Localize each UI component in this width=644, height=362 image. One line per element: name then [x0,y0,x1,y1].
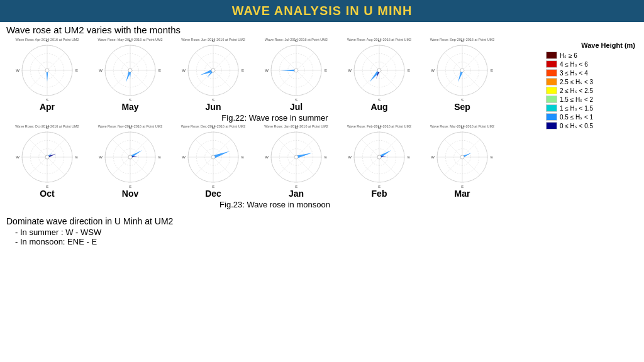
legend-item: 4 ≤ Hₛ < 6 [546,60,593,68]
fig-monsoon-caption: Fig.23: Wave rose in monsoon [6,200,543,209]
month-label-mar: Mar [455,189,470,199]
svg-text:W: W [348,155,352,159]
legend-color-swatch [546,52,557,59]
svg-text:S: S [461,185,464,189]
legend-color-swatch [546,96,557,103]
legend-item: 2 ≤ Hₛ < 2.5 [546,87,593,94]
svg-text:E: E [491,155,493,159]
month-label-oct: Oct [40,189,54,199]
bottom-line1: - In summer : W - WSW [15,228,638,237]
month-label-jun: Jun [206,102,221,112]
svg-point-121 [128,155,132,159]
svg-point-135 [211,155,215,159]
svg-text:N: N [46,126,48,129]
month-label-jul: Jul [290,102,303,112]
chart-feb: Wave Rose: Feb-2014-2016 at Point UM2NSE… [338,124,420,199]
header: WAVE ANALYSIS IN U MINH [0,0,644,22]
month-label-nov: Nov [122,189,138,199]
svg-text:E: E [242,155,244,159]
legend-item: 3 ≤ Hₛ < 4 [546,69,593,77]
legend-color-swatch [546,78,557,85]
legend-color-swatch [546,113,557,121]
bottom-text: Dominate wave direction in U Minh at UM2… [0,214,644,249]
svg-point-105 [45,155,49,159]
chart-oct: Wave Rose: Oct-2014-2016 at Point UM2NSE… [6,124,88,199]
svg-text:W: W [265,69,269,72]
month-label-dec: Dec [205,189,221,199]
svg-text:W: W [16,69,19,72]
month-label-aug: Aug [370,102,387,112]
svg-text:S: S [46,185,48,189]
svg-text:W: W [265,155,269,159]
month-label-feb: Feb [372,189,387,199]
chart-jul: Wave Rose: Jul-2014-2016 at Point UM2NSE… [255,38,337,112]
svg-point-149 [294,155,298,159]
svg-point-59 [294,69,298,72]
svg-text:E: E [408,69,410,72]
month-label-apr: Apr [40,102,55,112]
svg-text:S: S [295,98,297,102]
bottom-line2: - In monsoon: ENE - E [15,237,638,246]
svg-text:W: W [431,69,435,72]
month-label-may: May [121,102,138,112]
svg-text:N: N [461,126,464,129]
chart-may: Wave Rose: May-2014-2016 at Point UM2NSE… [89,38,171,112]
svg-text:N: N [378,39,380,43]
svg-text:S: S [212,98,214,102]
legend-item: 1 ≤ Hₛ < 1.5 [546,104,593,112]
svg-text:N: N [461,39,464,43]
svg-text:N: N [129,39,131,43]
svg-text:N: N [46,39,48,43]
svg-point-45 [211,69,215,72]
svg-text:S: S [378,185,380,189]
legend-item: Hₛ ≥ 6 [546,52,593,59]
legend-color-swatch [546,87,557,94]
chart-mar: Wave Rose: Mar-2014-2016 at Point UM2NSE… [421,124,503,199]
svg-text:E: E [325,155,327,159]
svg-point-179 [460,155,464,159]
legend-color-swatch [546,104,557,112]
legend-item: 0.5 ≤ Hₛ < 1 [546,113,593,121]
svg-text:S: S [461,98,464,102]
svg-point-89 [460,69,464,72]
svg-text:E: E [408,155,410,159]
legend-item: 1.5 ≤ Hₛ < 2 [546,96,593,103]
svg-text:E: E [75,155,78,159]
legend-item: 0 ≤ Hₛ < 0.5 [546,122,593,129]
svg-text:W: W [348,69,352,72]
svg-text:E: E [325,69,327,72]
svg-text:S: S [295,185,297,189]
svg-text:W: W [182,69,186,72]
svg-text:E: E [75,69,78,72]
month-label-sep: Sep [454,102,470,112]
legend-item: 2.5 ≤ Hₛ < 3 [546,78,593,85]
svg-text:S: S [378,98,380,102]
chart-jan: Wave Rose: Jan-2014-2016 at Point UM2NSE… [255,124,337,199]
chart-aug: Wave Rose: Aug-2014-2016 at Point UM2NSE… [338,38,420,112]
svg-text:E: E [158,69,161,72]
subtitle: Wave rose at UM2 varies with the months [6,25,638,35]
svg-text:W: W [431,155,435,159]
page-title: WAVE ANALYSIS IN U MINH [0,4,644,18]
chart-jun: Wave Rose: Jun-2014-2016 at Point UM2NSE… [172,38,254,112]
legend-color-swatch [546,122,557,129]
svg-text:N: N [212,39,214,43]
svg-text:S: S [212,185,214,189]
svg-text:N: N [129,126,131,129]
svg-point-75 [377,69,381,72]
legend-color-swatch [546,60,557,68]
legend-color-swatch [546,69,557,77]
svg-point-29 [128,69,132,72]
legend-panel: Wave Height (m) Hₛ ≥ 64 ≤ Hₛ < 63 ≤ Hₛ <… [543,38,638,211]
svg-text:E: E [491,69,493,72]
svg-text:W: W [16,155,19,159]
svg-text:E: E [158,155,161,159]
chart-dec: Wave Rose: Dec-2014-2016 at Point UM2NSE… [172,124,254,199]
month-label-jan: Jan [289,189,304,199]
svg-text:N: N [295,126,297,129]
svg-text:S: S [129,185,131,189]
svg-text:N: N [378,126,380,129]
svg-point-13 [45,69,49,72]
bottom-main: Dominate wave direction in U Minh at UM2 [6,216,638,226]
chart-sep: Wave Rose: Sep-2014-2016 at Point UM2NSE… [421,38,503,112]
